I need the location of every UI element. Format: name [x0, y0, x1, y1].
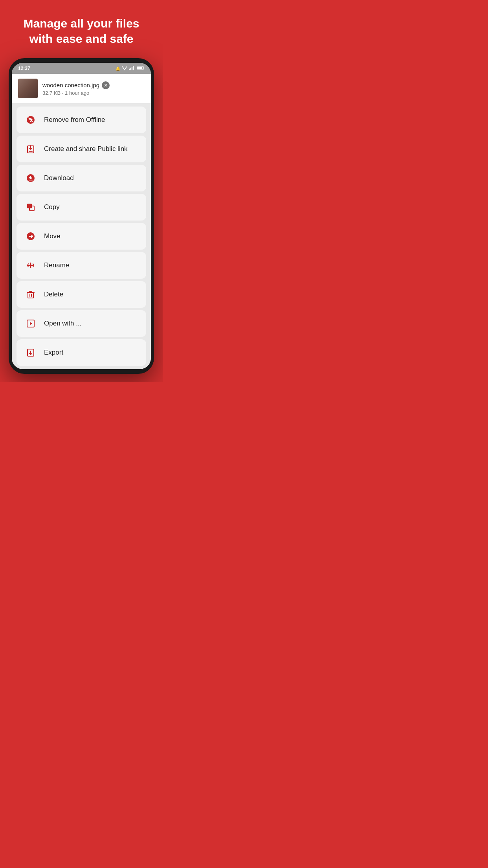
file-name: wooden conection.jpg ✕ [42, 81, 145, 89]
svg-rect-1 [129, 69, 130, 70]
close-icon[interactable]: ✕ [102, 81, 110, 89]
menu-label-download: Download [44, 174, 74, 182]
menu-item-create-public-link[interactable]: Create and share Public link [17, 136, 146, 162]
svg-rect-2 [130, 68, 131, 70]
svg-point-0 [124, 69, 125, 70]
svg-rect-15 [28, 292, 33, 298]
svg-rect-13 [27, 204, 32, 208]
menu-item-export[interactable]: Export [17, 339, 146, 366]
svg-rect-3 [132, 67, 132, 70]
file-meta: 32.7 KB · 1 hour ago [42, 90, 145, 96]
menu-label-rename: Rename [44, 261, 69, 269]
export-icon [24, 346, 38, 360]
hero-title: Manage all your files with ease and safe [0, 0, 163, 58]
open-with-icon [24, 316, 38, 331]
menu-label-export: Export [44, 349, 63, 357]
menu-label-remove-offline: Remove from Offline [44, 116, 105, 124]
status-icons: 🔔 [116, 66, 145, 71]
file-header: wooden conection.jpg ✕ 32.7 KB · 1 hour … [12, 74, 151, 103]
menu-label-copy: Copy [44, 203, 60, 211]
signal-icon [129, 66, 135, 71]
download-icon [24, 171, 38, 185]
notification-icon: 🔔 [116, 66, 120, 71]
menu-list: Remove from Offline Create and share Pub… [12, 103, 151, 369]
wifi-icon [122, 66, 127, 71]
menu-label-open-with: Open with ... [44, 320, 81, 327]
delete-icon [24, 287, 38, 302]
remove-offline-icon [24, 113, 38, 127]
menu-item-rename[interactable]: Rename [17, 252, 146, 279]
status-bar: 12:37 🔔 [12, 63, 151, 74]
file-info: wooden conection.jpg ✕ 32.7 KB · 1 hour … [42, 81, 145, 96]
menu-item-remove-offline[interactable]: Remove from Offline [17, 107, 146, 133]
menu-label-create-public-link: Create and share Public link [44, 145, 128, 153]
svg-rect-4 [133, 66, 134, 70]
battery-icon [137, 66, 145, 71]
menu-item-open-with[interactable]: Open with ... [17, 310, 146, 337]
menu-item-move[interactable]: Move [17, 223, 146, 250]
share-icon [24, 142, 38, 156]
move-icon [24, 229, 38, 243]
status-time: 12:37 [18, 66, 30, 71]
menu-item-copy[interactable]: Copy [17, 194, 146, 221]
rename-icon [24, 258, 38, 272]
phone-screen: 12:37 🔔 [12, 63, 151, 369]
menu-label-move: Move [44, 232, 61, 240]
phone-frame: 12:37 🔔 [9, 58, 154, 374]
svg-rect-6 [137, 67, 142, 69]
file-thumbnail [18, 79, 38, 98]
menu-item-delete[interactable]: Delete [17, 281, 146, 308]
menu-label-delete: Delete [44, 291, 63, 298]
copy-icon [24, 200, 38, 214]
menu-item-download[interactable]: Download [17, 165, 146, 191]
